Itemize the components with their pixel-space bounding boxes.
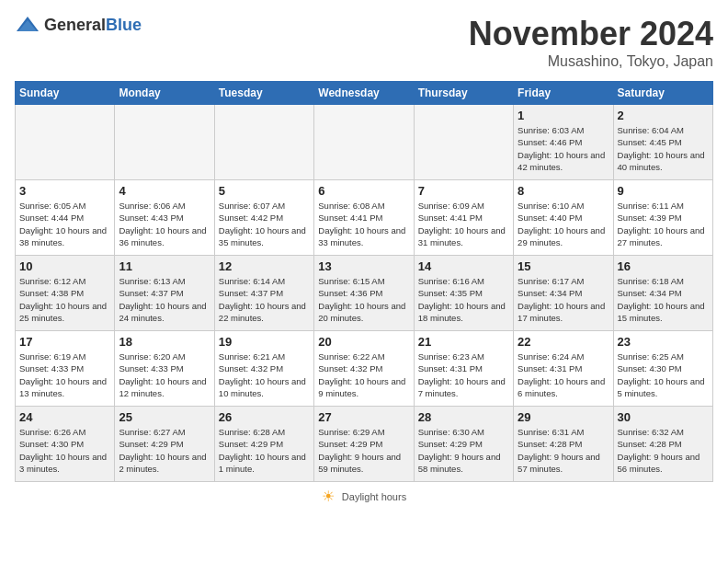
header-saturday: Saturday [613, 82, 712, 105]
calendar-week-row: 3Sunrise: 6:05 AMSunset: 4:44 PMDaylight… [16, 180, 713, 256]
day-info: Sunrise: 6:03 AMSunset: 4:46 PMDaylight:… [518, 124, 609, 173]
logo-text: GeneralBlue [44, 16, 142, 35]
calendar-cell [16, 105, 115, 180]
day-number: 16 [618, 259, 709, 273]
calendar-cell [414, 105, 513, 180]
day-info: Sunrise: 6:20 AMSunset: 4:33 PMDaylight:… [119, 350, 210, 399]
day-info: Sunrise: 6:11 AMSunset: 4:39 PMDaylight:… [618, 200, 709, 248]
calendar-cell: 18Sunrise: 6:20 AMSunset: 4:33 PMDayligh… [115, 331, 214, 407]
day-number: 5 [219, 184, 310, 198]
day-number: 11 [119, 259, 210, 273]
day-number: 12 [219, 259, 310, 273]
day-number: 10 [19, 259, 110, 273]
day-number: 8 [518, 184, 609, 198]
header-tuesday: Tuesday [214, 82, 313, 105]
calendar-cell: 17Sunrise: 6:19 AMSunset: 4:33 PMDayligh… [16, 331, 115, 407]
calendar-cell: 3Sunrise: 6:05 AMSunset: 4:44 PMDaylight… [16, 180, 115, 256]
day-info: Sunrise: 6:10 AMSunset: 4:40 PMDaylight:… [518, 200, 609, 248]
calendar-cell: 10Sunrise: 6:12 AMSunset: 4:38 PMDayligh… [16, 256, 115, 331]
header-wednesday: Wednesday [314, 82, 414, 105]
calendar-week-row: 10Sunrise: 6:12 AMSunset: 4:38 PMDayligh… [16, 256, 713, 331]
day-info: Sunrise: 6:16 AMSunset: 4:35 PMDaylight:… [418, 275, 509, 324]
page-header: GeneralBlue November 2024 Musashino, Tok… [15, 15, 713, 70]
day-info: Sunrise: 6:05 AMSunset: 4:44 PMDaylight:… [19, 200, 110, 248]
day-info: Sunrise: 6:22 AMSunset: 4:32 PMDaylight:… [318, 350, 409, 399]
header-sunday: Sunday [16, 82, 115, 105]
calendar-cell: 1Sunrise: 6:03 AMSunset: 4:46 PMDaylight… [514, 105, 613, 180]
calendar-cell: 9Sunrise: 6:11 AMSunset: 4:39 PMDaylight… [613, 180, 712, 256]
day-number: 26 [219, 410, 310, 424]
day-info: Sunrise: 6:25 AMSunset: 4:30 PMDaylight:… [618, 350, 709, 399]
calendar-cell: 13Sunrise: 6:15 AMSunset: 4:36 PMDayligh… [314, 256, 414, 331]
calendar-cell: 27Sunrise: 6:29 AMSunset: 4:29 PMDayligh… [314, 407, 414, 482]
day-number: 14 [418, 259, 509, 273]
logo: GeneralBlue [15, 15, 142, 35]
calendar-cell: 28Sunrise: 6:30 AMSunset: 4:29 PMDayligh… [414, 407, 513, 482]
calendar-cell: 16Sunrise: 6:18 AMSunset: 4:34 PMDayligh… [613, 256, 712, 331]
calendar-cell: 2Sunrise: 6:04 AMSunset: 4:45 PMDaylight… [613, 105, 712, 180]
day-number: 1 [518, 109, 609, 122]
month-title: November 2024 [469, 15, 713, 53]
title-block: November 2024 Musashino, Tokyo, Japan [469, 15, 713, 70]
day-number: 9 [618, 184, 709, 198]
calendar-cell: 21Sunrise: 6:23 AMSunset: 4:31 PMDayligh… [414, 331, 513, 407]
day-number: 23 [618, 335, 709, 349]
day-info: Sunrise: 6:19 AMSunset: 4:33 PMDaylight:… [19, 350, 110, 399]
calendar-cell: 19Sunrise: 6:21 AMSunset: 4:32 PMDayligh… [214, 331, 313, 407]
calendar-week-row: 1Sunrise: 6:03 AMSunset: 4:46 PMDaylight… [16, 105, 713, 180]
day-info: Sunrise: 6:14 AMSunset: 4:37 PMDaylight:… [219, 275, 310, 324]
calendar-cell: 11Sunrise: 6:13 AMSunset: 4:37 PMDayligh… [115, 256, 214, 331]
day-info: Sunrise: 6:04 AMSunset: 4:45 PMDaylight:… [618, 124, 709, 173]
header-monday: Monday [115, 82, 214, 105]
day-info: Sunrise: 6:21 AMSunset: 4:32 PMDaylight:… [219, 350, 310, 399]
header-thursday: Thursday [414, 82, 513, 105]
day-info: Sunrise: 6:07 AMSunset: 4:42 PMDaylight:… [219, 200, 310, 248]
logo-icon [15, 15, 40, 35]
day-info: Sunrise: 6:13 AMSunset: 4:37 PMDaylight:… [119, 275, 210, 324]
day-info: Sunrise: 6:18 AMSunset: 4:34 PMDaylight:… [618, 275, 709, 324]
weekday-header-row: Sunday Monday Tuesday Wednesday Thursday… [16, 82, 713, 105]
day-number: 28 [418, 410, 509, 424]
calendar-cell: 26Sunrise: 6:28 AMSunset: 4:29 PMDayligh… [214, 407, 313, 482]
footer-label: Daylight hours [342, 491, 406, 502]
calendar-cell: 14Sunrise: 6:16 AMSunset: 4:35 PMDayligh… [414, 256, 513, 331]
calendar-cell: 20Sunrise: 6:22 AMSunset: 4:32 PMDayligh… [314, 331, 414, 407]
calendar-cell: 7Sunrise: 6:09 AMSunset: 4:41 PMDaylight… [414, 180, 513, 256]
day-number: 13 [318, 259, 409, 273]
calendar-week-row: 24Sunrise: 6:26 AMSunset: 4:30 PMDayligh… [16, 407, 713, 482]
day-number: 17 [19, 335, 110, 349]
day-info: Sunrise: 6:31 AMSunset: 4:28 PMDaylight:… [518, 426, 609, 475]
location-title: Musashino, Tokyo, Japan [469, 53, 713, 70]
day-info: Sunrise: 6:09 AMSunset: 4:41 PMDaylight:… [418, 200, 509, 248]
day-info: Sunrise: 6:17 AMSunset: 4:34 PMDaylight:… [518, 275, 609, 324]
day-number: 25 [119, 410, 210, 424]
day-number: 2 [618, 109, 709, 122]
calendar-cell: 15Sunrise: 6:17 AMSunset: 4:34 PMDayligh… [514, 256, 613, 331]
calendar-cell: 8Sunrise: 6:10 AMSunset: 4:40 PMDaylight… [514, 180, 613, 256]
day-number: 18 [119, 335, 210, 349]
day-info: Sunrise: 6:23 AMSunset: 4:31 PMDaylight:… [418, 350, 509, 399]
day-number: 3 [19, 184, 110, 198]
calendar-cell: 4Sunrise: 6:06 AMSunset: 4:43 PMDaylight… [115, 180, 214, 256]
calendar-cell [314, 105, 414, 180]
calendar-cell: 25Sunrise: 6:27 AMSunset: 4:29 PMDayligh… [115, 407, 214, 482]
calendar-cell: 12Sunrise: 6:14 AMSunset: 4:37 PMDayligh… [214, 256, 313, 331]
day-number: 7 [418, 184, 509, 198]
day-info: Sunrise: 6:06 AMSunset: 4:43 PMDaylight:… [119, 200, 210, 248]
day-info: Sunrise: 6:12 AMSunset: 4:38 PMDaylight:… [19, 275, 110, 324]
day-number: 19 [219, 335, 310, 349]
day-number: 20 [318, 335, 409, 349]
day-info: Sunrise: 6:15 AMSunset: 4:36 PMDaylight:… [318, 275, 409, 324]
calendar-cell [115, 105, 214, 180]
footer: ☀ Daylight hours [15, 488, 713, 505]
calendar-cell: 22Sunrise: 6:24 AMSunset: 4:31 PMDayligh… [514, 331, 613, 407]
day-number: 6 [318, 184, 409, 198]
calendar-cell: 5Sunrise: 6:07 AMSunset: 4:42 PMDaylight… [214, 180, 313, 256]
page-container: GeneralBlue November 2024 Musashino, Tok… [15, 15, 713, 505]
day-info: Sunrise: 6:29 AMSunset: 4:29 PMDaylight:… [318, 426, 409, 475]
calendar-cell: 29Sunrise: 6:31 AMSunset: 4:28 PMDayligh… [514, 407, 613, 482]
day-info: Sunrise: 6:08 AMSunset: 4:41 PMDaylight:… [318, 200, 409, 248]
day-info: Sunrise: 6:30 AMSunset: 4:29 PMDaylight:… [418, 426, 509, 475]
day-info: Sunrise: 6:27 AMSunset: 4:29 PMDaylight:… [119, 426, 210, 475]
calendar-table: Sunday Monday Tuesday Wednesday Thursday… [15, 81, 713, 482]
